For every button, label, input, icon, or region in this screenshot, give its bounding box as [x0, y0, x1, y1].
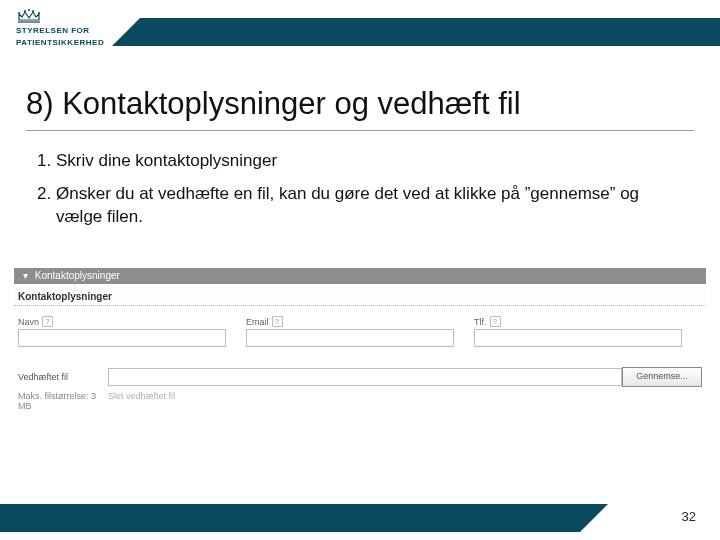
attachment-meta-row: Maks. filstørrelse: 3 MB Slet vedhæftet …: [14, 387, 706, 411]
phone-field-group: Tlf. ?: [474, 316, 702, 347]
svg-point-2: [28, 9, 30, 11]
section-header-title: Kontaktoplysninger: [35, 270, 120, 281]
phone-label: Tlf.: [474, 317, 487, 327]
footer-stripe: [0, 504, 580, 532]
svg-point-1: [24, 10, 26, 12]
header-stripe: [140, 18, 720, 46]
page-number: 32: [682, 509, 696, 524]
email-field-group: Email ?: [246, 316, 474, 347]
chevron-down-icon[interactable]: ▾: [20, 268, 30, 284]
instruction-item-2: Ønsker du at vedhæfte en fil, kan du gør…: [56, 183, 668, 229]
help-icon[interactable]: ?: [490, 316, 501, 327]
attachment-path-input[interactable]: [108, 368, 622, 386]
email-input[interactable]: [246, 329, 454, 347]
delete-attachment-link[interactable]: Slet vedhæftet fil: [108, 391, 175, 411]
section-header-bar[interactable]: ▾ Kontaktoplysninger: [14, 268, 706, 284]
help-icon[interactable]: ?: [42, 316, 53, 327]
svg-point-4: [38, 12, 40, 14]
instructions-list: Skriv dine kontaktoplysninger Ønsker du …: [28, 150, 668, 239]
max-filesize-label: Maks. filstørrelse: 3 MB: [18, 391, 108, 411]
header: STYRELSEN FOR PATIENTSIKKERHED: [0, 0, 720, 58]
attachment-row: Vedhæftet fil Gennemse...: [14, 367, 706, 387]
browse-button[interactable]: Gennemse...: [622, 367, 702, 387]
name-label: Navn: [18, 317, 39, 327]
email-label: Email: [246, 317, 269, 327]
phone-input[interactable]: [474, 329, 682, 347]
contact-fields-row: Navn ? Email ? Tlf. ?: [14, 316, 706, 347]
title-underline: [26, 130, 694, 131]
name-input[interactable]: [18, 329, 226, 347]
divider: [14, 305, 706, 306]
svg-point-3: [32, 10, 34, 12]
page-title: 8) Kontaktoplysninger og vedhæft fil: [26, 86, 521, 122]
name-field-group: Navn ?: [18, 316, 246, 347]
attachment-label: Vedhæftet fil: [18, 372, 108, 382]
svg-point-0: [18, 12, 20, 14]
crown-icon: [16, 6, 42, 24]
instruction-item-1: Skriv dine kontaktoplysninger: [56, 150, 668, 173]
footer: 32: [0, 498, 720, 540]
help-icon[interactable]: ?: [272, 316, 283, 327]
form-screenshot: ▾ Kontaktoplysninger Kontaktoplysninger …: [14, 268, 706, 411]
section-sub-header: Kontaktoplysninger: [14, 284, 706, 305]
